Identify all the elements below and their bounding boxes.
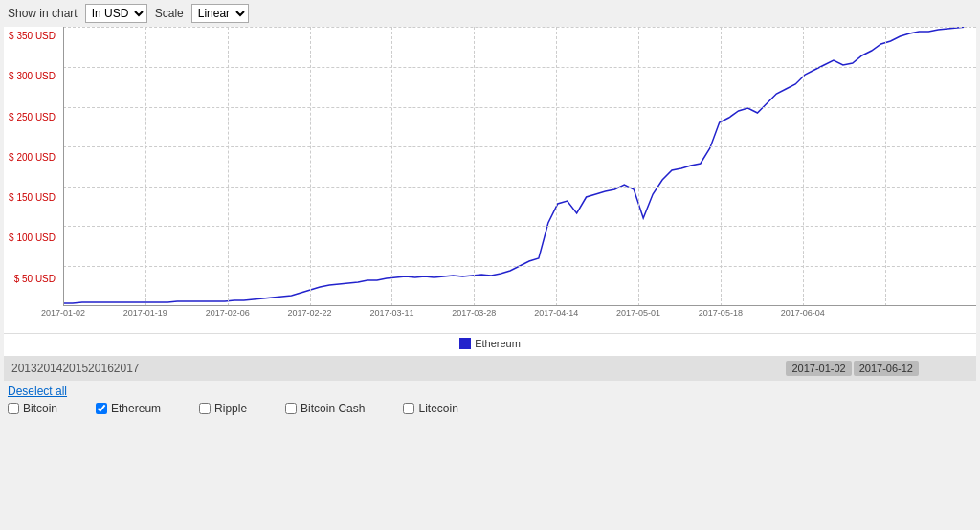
grid-v-6 (474, 27, 475, 306)
currency-bitcoin-cash: Bitcoin Cash (285, 402, 365, 415)
ethereum-checkbox[interactable] (96, 403, 107, 414)
grid-h-1 (63, 27, 976, 28)
currency-litecoin: Litecoin (403, 402, 457, 415)
x-label-8: 2017-05-01 (616, 308, 660, 318)
litecoin-label: Litecoin (418, 402, 457, 415)
grid-v-4 (310, 27, 311, 306)
scale-label: Scale (155, 7, 184, 20)
grid-h-4 (63, 146, 976, 147)
ethereum-label: Ethereum (111, 402, 161, 415)
y-label-2: $ 300 USD (4, 71, 59, 81)
ethereum-line (63, 27, 967, 303)
y-axis: $ 350 USD $ 300 USD $ 250 USD $ 200 USD … (4, 27, 63, 333)
grid-v-3 (228, 27, 229, 306)
scale-select[interactable]: Linear Log (191, 4, 249, 23)
y-label-4: $ 200 USD (4, 152, 59, 163)
grid-v-2 (145, 27, 146, 306)
grid-v-10 (803, 27, 804, 306)
grid-h-5 (63, 187, 976, 188)
ripple-checkbox[interactable] (199, 403, 211, 414)
year-2015: 2015 (62, 362, 88, 375)
bottom-section: Deselect all Bitcoin Ethereum Ripple Bit… (0, 381, 980, 423)
year-2013: 2013 (11, 362, 37, 375)
x-label-5: 2017-03-11 (369, 308, 413, 318)
x-label-3: 2017-02-06 (206, 308, 250, 318)
x-label-6: 2017-03-28 (452, 308, 496, 318)
grid-v-8 (638, 27, 639, 306)
chart-plot (63, 27, 976, 306)
range-bar[interactable]: 2013 2014 2015 2016 2017 2017-01-02 2017… (4, 356, 976, 381)
currency-bitcoin: Bitcoin (8, 402, 57, 415)
x-label-4: 2017-02-22 (288, 308, 332, 318)
y-label-6: $ 100 USD (4, 232, 59, 243)
x-label-9: 2017-05-18 (699, 308, 743, 318)
axis-left (63, 27, 64, 306)
top-controls: Show in chart In USD BTC ETH Scale Linea… (0, 0, 980, 27)
year-2017: 2017 (114, 362, 140, 375)
bitcoin-cash-checkbox[interactable] (285, 403, 297, 414)
ripple-label: Ripple (214, 402, 247, 415)
x-label-10: 2017-06-04 (781, 308, 825, 318)
chart-area: $ 350 USD $ 300 USD $ 250 USD $ 200 USD … (4, 27, 976, 333)
x-label-1: 2017-01-02 (41, 308, 85, 318)
x-label-2: 2017-01-19 (123, 308, 167, 318)
legend-ethereum-box (459, 338, 471, 349)
bitcoin-checkbox[interactable] (8, 403, 19, 414)
bitcoin-cash-label: Bitcoin Cash (301, 402, 365, 415)
year-2016: 2016 (88, 362, 114, 375)
currency-ripple: Ripple (199, 402, 247, 415)
legend-ethereum-label: Ethereum (475, 338, 521, 349)
legend-ethereum: Ethereum (459, 338, 521, 349)
currency-checkboxes: Bitcoin Ethereum Ripple Bitcoin Cash Lit… (8, 398, 972, 419)
x-axis: 2017-01-02 2017-01-19 2017-02-06 2017-02… (63, 306, 976, 333)
grid-h-7 (63, 266, 976, 267)
grid-h-2 (63, 67, 976, 68)
grid-v-5 (391, 27, 392, 306)
bitcoin-label: Bitcoin (23, 402, 57, 415)
show-in-chart-label: Show in chart (8, 7, 78, 20)
grid-h-3 (63, 107, 976, 108)
year-2014: 2014 (37, 362, 63, 375)
grid-h-6 (63, 226, 976, 227)
y-label-1: $ 350 USD (4, 31, 59, 41)
show-in-chart-select[interactable]: In USD BTC ETH (85, 4, 147, 23)
y-label-3: $ 250 USD (4, 112, 59, 122)
range-highlight: 2017-01-02 2017-06-12 (786, 356, 919, 381)
legend-area: Ethereum (4, 333, 976, 356)
price-line-chart (63, 27, 976, 306)
range-end-chip: 2017-06-12 (854, 361, 919, 376)
x-label-7: 2017-04-14 (534, 308, 578, 318)
currency-ethereum: Ethereum (96, 402, 161, 415)
litecoin-checkbox[interactable] (403, 403, 414, 414)
y-label-5: $ 150 USD (4, 192, 59, 203)
grid-v-9 (721, 27, 722, 306)
grid-v-7 (556, 27, 557, 306)
y-label-7: $ 50 USD (4, 274, 59, 284)
deselect-all-link[interactable]: Deselect all (8, 385, 67, 398)
grid-v-11 (885, 27, 886, 306)
range-start-chip: 2017-01-02 (786, 361, 851, 376)
